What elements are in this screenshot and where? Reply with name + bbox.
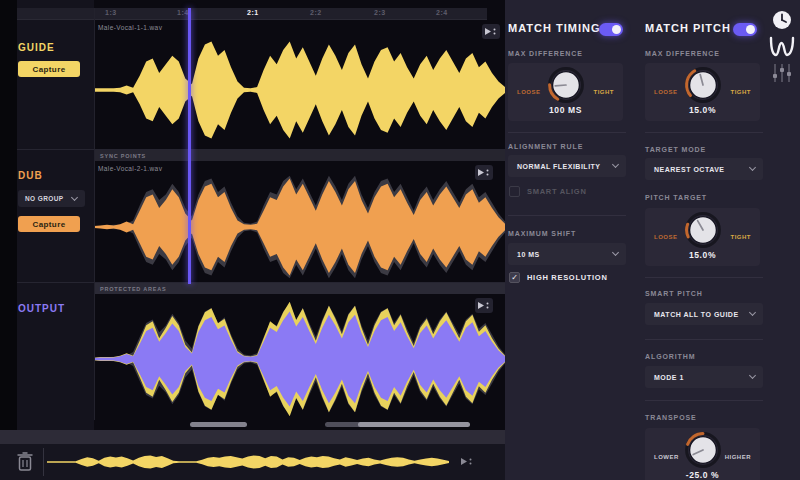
smart-pitch-label: SMART PITCH	[645, 290, 703, 297]
sync-points-bar: SYNC POINTS	[94, 150, 505, 161]
header-wave-divider	[94, 8, 95, 420]
dub-waveform[interactable]	[94, 172, 505, 282]
alignment-rule-select[interactable]: NORMAL FLEXIBILITY	[508, 155, 626, 177]
guide-solo-button[interactable]	[482, 24, 500, 39]
overview-divider	[43, 448, 44, 476]
output-track-label: OUTPUT	[18, 303, 65, 314]
section-divider	[508, 215, 626, 216]
vocal-alignment-plugin-window: 1:3 1:4 2:1 2:2 2:3 2:4 GUIDE Capture Ma…	[0, 0, 800, 480]
target-mode-select[interactable]: NEAREST OCTAVE	[645, 158, 763, 180]
target-mode-label: TARGET MODE	[645, 146, 706, 153]
section-divider	[645, 277, 763, 278]
window-left-edge	[0, 0, 17, 480]
pitch-max-difference-label: MAX DIFFERENCE	[645, 50, 720, 57]
pitch-target-knob[interactable]	[684, 211, 722, 249]
algorithm-value: MODE 1	[654, 374, 684, 381]
ruler-tick: 2:3	[374, 9, 386, 16]
guide-capture-button[interactable]: Capture	[18, 61, 80, 77]
dub-capture-button[interactable]: Capture	[18, 216, 80, 232]
chevron-down-icon	[749, 309, 756, 316]
brand-logo-icon[interactable]	[768, 36, 796, 58]
higher-label: HIGHER	[725, 454, 751, 460]
smart-pitch-value: MATCH ALL TO GUIDE	[654, 311, 739, 318]
section-divider	[645, 132, 763, 133]
protected-areas-bar: PROTECTED AREAS	[94, 283, 505, 294]
dub-group-value: NO GROUP	[25, 195, 64, 202]
ruler-tick: 1:4	[177, 9, 189, 16]
guide-track-label: GUIDE	[18, 42, 55, 53]
tight-label: TIGHT	[731, 89, 752, 95]
maximum-shift-label: MAXIMUM SHIFT	[508, 230, 576, 237]
dub-file-name: Male-Vocal-2-1.wav	[98, 165, 162, 172]
transpose-panel: LOWER HIGHER -25.0 %	[645, 428, 760, 480]
chevron-down-icon	[749, 164, 756, 171]
ruler-tick: 2:4	[436, 9, 448, 16]
chevron-down-icon	[612, 161, 619, 168]
maximum-shift-select[interactable]: 10 MS	[508, 243, 626, 265]
loose-label: LOOSE	[654, 89, 678, 95]
pitch-max-difference-knob[interactable]	[684, 66, 722, 104]
pitch-target-label: PITCH TARGET	[645, 194, 707, 201]
ruler-tick: 1:3	[105, 9, 117, 16]
history-clock-icon[interactable]	[772, 10, 792, 30]
match-timing-toggle[interactable]	[599, 23, 623, 36]
section-divider	[508, 132, 626, 133]
dub-group-select[interactable]: NO GROUP	[18, 190, 85, 207]
playhead-cursor[interactable]	[188, 8, 191, 284]
transpose-knob[interactable]	[684, 431, 722, 469]
overview-strip	[0, 444, 505, 480]
loose-label: LOOSE	[517, 89, 541, 95]
maximum-shift-value: 10 MS	[517, 251, 540, 258]
smart-pitch-select[interactable]: MATCH ALL TO GUIDE	[645, 303, 763, 325]
tight-label: TIGHT	[731, 234, 752, 240]
high-resolution-checkbox-row[interactable]: ✓ HIGH RESOLUTION	[509, 272, 608, 283]
match-timing-title: MATCH TIMING	[508, 22, 600, 34]
chevron-down-icon	[612, 249, 619, 256]
ruler-tick-current: 2:1	[247, 9, 259, 16]
target-mode-value: NEAREST OCTAVE	[654, 166, 725, 173]
output-solo-button[interactable]	[475, 298, 493, 313]
tight-label: TIGHT	[594, 89, 615, 95]
speaker-icon	[460, 456, 474, 467]
timing-max-difference-knob[interactable]	[547, 66, 585, 104]
loose-label: LOOSE	[654, 234, 678, 240]
scrollbar-handle[interactable]	[358, 422, 470, 427]
timing-max-difference-panel: LOOSE TIGHT 100 MS	[508, 63, 623, 121]
pitch-max-difference-panel: LOOSE TIGHT 15.0%	[645, 63, 760, 121]
max-difference-label: MAX DIFFERENCE	[508, 50, 583, 57]
trash-icon[interactable]	[16, 451, 34, 473]
dub-solo-button[interactable]	[475, 165, 493, 180]
match-pitch-toggle[interactable]	[733, 23, 757, 36]
match-pitch-title: MATCH PITCH	[645, 22, 731, 34]
chevron-down-icon	[71, 193, 78, 200]
settings-sliders-icon[interactable]	[771, 63, 793, 83]
guide-waveform[interactable]	[94, 32, 505, 148]
alignment-rule-value: NORMAL FLEXIBILITY	[517, 163, 601, 170]
chevron-down-icon	[749, 372, 756, 379]
overview-solo-button[interactable]	[458, 454, 476, 469]
pitch-target-value: 15.0%	[645, 250, 760, 260]
section-divider	[645, 339, 763, 340]
alignment-rule-label: ALIGNMENT RULE	[508, 143, 583, 150]
speaker-icon	[477, 300, 491, 311]
toggle-knob	[746, 25, 755, 34]
algorithm-select[interactable]: MODE 1	[645, 366, 763, 388]
high-resolution-label: HIGH RESOLUTION	[527, 273, 608, 282]
high-resolution-checkbox[interactable]: ✓	[509, 272, 520, 283]
pitch-target-panel: LOOSE TIGHT 15.0%	[645, 208, 760, 266]
speaker-icon	[477, 167, 491, 178]
smart-align-checkbox[interactable]	[509, 186, 520, 197]
toggle-knob	[612, 25, 621, 34]
control-panel: MATCH TIMING MAX DIFFERENCE LOOSE TIGHT …	[505, 0, 800, 480]
overview-waveform[interactable]	[47, 449, 449, 475]
scrollbar-handle[interactable]	[190, 422, 247, 427]
timeline-ruler[interactable]: 1:3 1:4 2:1 2:2 2:3 2:4	[17, 8, 487, 20]
smart-align-checkbox-row[interactable]: SMART ALIGN	[509, 186, 587, 197]
footer-bar	[0, 430, 505, 444]
speaker-icon	[484, 26, 498, 37]
lower-label: LOWER	[654, 454, 679, 460]
smart-align-label: SMART ALIGN	[527, 187, 587, 196]
transpose-value: -25.0 %	[645, 470, 760, 480]
output-waveform[interactable]	[94, 300, 505, 418]
transpose-label: TRANSPOSE	[645, 414, 697, 421]
